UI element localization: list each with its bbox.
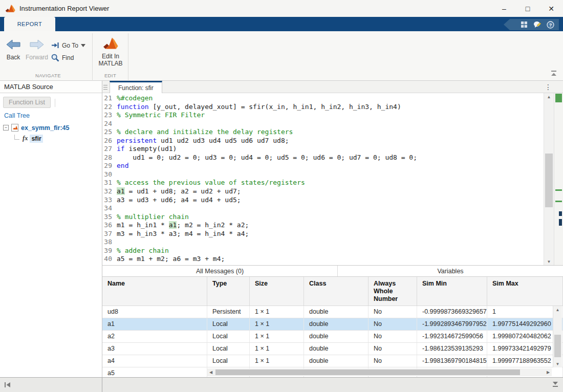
scrollbar-thumb[interactable]: [554, 335, 561, 357]
minimize-button[interactable]: –: [492, 0, 516, 17]
cell-name: a5: [102, 367, 207, 377]
tab-variables[interactable]: Variables: [338, 266, 563, 276]
code-token: ; m2 = h_in2 * a2;: [177, 221, 249, 229]
column-header[interactable]: Class: [304, 277, 369, 306]
toolbar: Back Forward Go To Find Edit In MATLAB N…: [0, 31, 563, 81]
splitter-grip-icon[interactable]: [103, 83, 107, 91]
collapse-toolstrip-icon[interactable]: [550, 70, 558, 77]
tab-report[interactable]: REPORT: [4, 17, 55, 31]
column-header[interactable]: Sim Min: [417, 277, 487, 306]
code-line: 36m1 = h_in1 * a1; m2 = h_in2 * a2;: [102, 221, 544, 230]
forward-arrow-icon: [29, 38, 45, 51]
column-header[interactable]: Always Whole Number: [369, 277, 417, 306]
layout-grid-icon[interactable]: [519, 20, 528, 29]
coverage-marker-full[interactable]: [555, 94, 562, 102]
help-icon[interactable]: ?: [546, 20, 555, 29]
coverage-marker-line[interactable]: [555, 189, 562, 191]
cell-sim-max: 1: [487, 306, 563, 318]
goto-button[interactable]: Go To: [51, 41, 85, 49]
tab-all-messages[interactable]: All Messages (0): [102, 266, 338, 276]
scrollbar-thumb[interactable]: [215, 369, 520, 375]
scroll-down-icon[interactable]: ▼: [553, 360, 562, 367]
scroll-left-icon[interactable]: ◀: [207, 368, 214, 376]
tree-root-label[interactable]: ex_symm_fir:45: [21, 124, 70, 132]
kebab-menu-icon[interactable]: ⋮: [545, 82, 552, 92]
tree-child-label[interactable]: sfir: [30, 135, 42, 143]
cell-always-whole-number: No: [369, 343, 417, 355]
code-line: 37m3 = h_in3 * a3; m4 = h_in4 * a4;: [102, 230, 544, 238]
feedback-icon[interactable]: [533, 20, 542, 29]
column-header[interactable]: Size: [250, 277, 304, 306]
cell-always-whole-number: No: [369, 306, 417, 318]
table-row[interactable]: a4Local1 × 1doubleNo-1.99813697901848151…: [102, 355, 563, 367]
scrollbar-thumb[interactable]: [545, 154, 553, 207]
cell-sim-max: 1.999733421492979: [487, 343, 563, 355]
cell-sim-min: -0.9999873669329657: [417, 306, 487, 318]
code-token: % declare and initialize the delay regis…: [117, 128, 293, 136]
collapse-bottom-panel-icon[interactable]: [552, 381, 559, 388]
cell-size: 1 × 1: [250, 343, 304, 355]
window-title: Instrumentation Report Viewer: [19, 5, 109, 12]
code-viewer: 21%#codegen22function [y_out, delayed_xo…: [102, 93, 544, 265]
scroll-down-icon[interactable]: ▼: [544, 258, 554, 265]
coverage-marker-line[interactable]: [555, 201, 562, 202]
collapse-left-panel-icon[interactable]: [4, 382, 11, 388]
cell-type: Local: [207, 355, 250, 367]
annotation-marker[interactable]: [559, 219, 562, 226]
divider: [55, 99, 55, 107]
column-header[interactable]: Sim Max: [487, 277, 563, 306]
column-header[interactable]: Name: [102, 277, 207, 306]
highlighted-token[interactable]: a1: [117, 187, 125, 195]
code-token: if: [117, 145, 125, 153]
table-row[interactable]: a1Local1 × 1doubleNo-1.99928934679979521…: [102, 318, 563, 331]
edit-in-matlab-button[interactable]: Edit In MATLAB: [97, 35, 124, 67]
cell-name: a3: [102, 343, 207, 355]
code-tabstrip: Function: sfir ⋮: [102, 81, 563, 93]
function-list-button[interactable]: Function List: [3, 97, 51, 108]
line-number: 34: [102, 204, 117, 213]
status-bar-right: [552, 381, 559, 389]
cell-always-whole-number: No: [369, 331, 417, 342]
scroll-up-icon[interactable]: ▲: [544, 93, 554, 100]
code-line: 33a3 = ud3 + ud6; a4 = ud4 + ud5;: [102, 196, 544, 205]
scroll-up-icon[interactable]: ▲: [553, 306, 562, 313]
forward-button[interactable]: Forward: [24, 35, 50, 61]
find-button[interactable]: Find: [51, 54, 74, 62]
tree-item-root[interactable]: − ex_symm_fir:45: [0, 122, 102, 133]
scroll-right-icon[interactable]: ▶: [545, 368, 552, 376]
code-text: ud1 = 0; ud2 = 0; ud3 = 0; ud4 = 0; ud5 …: [117, 154, 417, 162]
table-vertical-scrollbar[interactable]: ▲ ▼: [553, 306, 562, 367]
code-token: % adder chain: [117, 247, 169, 254]
navigate-section-label: NAVIGATE: [4, 73, 92, 78]
sidebar-title: MATLAB Source: [4, 83, 53, 91]
code-panel: Function: sfir ⋮ 21%#codegen22function […: [102, 81, 563, 265]
tab-function-sfir[interactable]: Function: sfir: [110, 81, 162, 93]
close-button[interactable]: ✕: [539, 0, 563, 17]
line-number: 30: [102, 170, 117, 179]
column-header[interactable]: Type: [207, 277, 250, 306]
code-token: persistent: [117, 137, 157, 144]
code-line: 27if isempty(ud1): [102, 145, 544, 154]
code-text: m3 = h_in3 * a3; m4 = h_in4 * a4;: [117, 230, 249, 238]
cell-class: double: [304, 318, 369, 330]
back-button[interactable]: Back: [4, 35, 23, 61]
table-row[interactable]: ud8Persistent1 × 1doubleNo-0.99998736693…: [102, 306, 563, 318]
collapse-expander-icon[interactable]: −: [3, 125, 9, 130]
code-line: 38: [102, 238, 544, 247]
code-text: % multiplier chain: [117, 213, 189, 222]
table-row[interactable]: a3Local1 × 1doubleNo-1.9861235391352931.…: [102, 343, 563, 355]
cell-always-whole-number: No: [369, 355, 417, 367]
maximize-button[interactable]: □: [516, 0, 539, 17]
tree-item-sfir[interactable]: fx sfir: [0, 133, 102, 144]
call-tree-link[interactable]: Call Tree: [4, 112, 102, 119]
code-vertical-scrollbar[interactable]: ▲ ▼: [544, 93, 554, 265]
matlab-file-icon: [11, 124, 18, 132]
line-number: 21: [102, 94, 117, 103]
highlighted-token[interactable]: a1: [169, 221, 177, 229]
cell-sim-max: 1.999807240482062: [487, 331, 563, 342]
line-number: 24: [102, 120, 117, 128]
table-horizontal-scrollbar[interactable]: ◀ ▶: [207, 368, 552, 376]
annotation-marker[interactable]: [559, 211, 562, 216]
line-number: 33: [102, 196, 117, 205]
table-row[interactable]: a2Local1 × 1doubleNo-1.9923146725990561.…: [102, 331, 563, 343]
